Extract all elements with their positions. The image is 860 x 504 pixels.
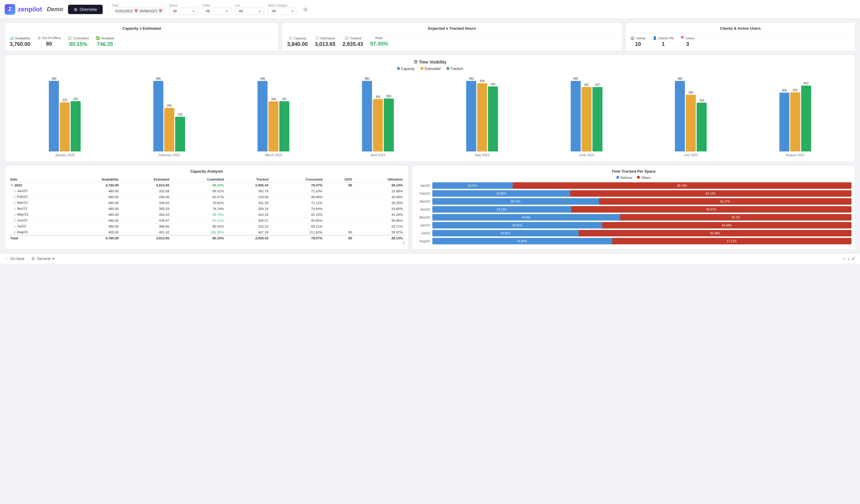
col-availability: Availability	[66, 176, 120, 182]
capacity-hours-label: ⚪ Capacity	[288, 36, 306, 40]
folder-filter-value: All	[206, 9, 210, 13]
logo: Z zenpilot Demo	[5, 4, 63, 15]
circle-icon: ⚪	[288, 36, 292, 40]
expand-button[interactable]: ⤢	[851, 256, 855, 262]
bar-group: 480333342January 2023	[13, 77, 117, 157]
clients-pm-value: 1	[662, 41, 664, 47]
clock-icon-2: ⏱	[414, 60, 418, 64]
col-committed: Committed	[171, 176, 226, 182]
others-bar: 55.2%	[620, 214, 851, 221]
col-tracked: Tracked	[226, 176, 270, 182]
space-row: Jan/2319.21%80.79%	[416, 182, 851, 189]
overview-nav[interactable]: ⊞ Overview	[68, 5, 103, 14]
hours-card-title: Expected x Tracked Hours	[287, 26, 617, 33]
footer: ← Go back ☰ General ▾ ‹ › ⤢	[0, 253, 860, 264]
bar-group: 480296235February 2023	[117, 77, 221, 157]
space-row: Mar/2339.73%60.27%	[416, 198, 851, 205]
table-row: ▷Jun/23480.00436.8791.01%436.5790.95%36.…	[9, 218, 405, 223]
col-ooo: OOO	[324, 176, 354, 182]
table-row: ▷Aug/23400.00401.42100.35%447.29111.82%8…	[9, 229, 405, 236]
space-filter-value: All	[173, 9, 176, 13]
space-row: Feb/2332.88%67.12%	[416, 190, 851, 197]
space-chart-section: Time Tracked Per Space Delivery Others J…	[412, 165, 855, 250]
hours-card: Expected x Tracked Hours ⚪ Capacity 3,84…	[282, 23, 622, 51]
table-row: ▷Mar/23480.00339.9270.82%341.3371.11%28.…	[9, 200, 405, 206]
delivery-bar: 44.8%	[432, 214, 620, 221]
list-filter-label: List	[235, 4, 264, 7]
legend-delivery: Delivery	[616, 176, 632, 179]
date-range-picker[interactable]: 01/01/2023 📅 30/08/2023 📅	[112, 8, 166, 15]
go-back-button[interactable]: ← Go back	[5, 256, 25, 261]
bar-group: 400401447August 2023	[743, 82, 848, 157]
available-metric: ✅ Available 746.35	[96, 36, 114, 47]
delivery-bar: 42.89%	[432, 238, 612, 244]
legend-capacity: Capacity	[397, 67, 415, 71]
legend-tracked: Tracked	[446, 67, 463, 71]
list-filter-group: List All ▾	[235, 4, 264, 15]
col-utilization: Utilization	[354, 176, 404, 182]
bar-group: 480464442May 2023	[430, 77, 534, 157]
delivery-bar: 34.92%	[432, 230, 579, 236]
table-row: Total3,760.003,013.6580.15%2,935.4378.07…	[9, 235, 405, 241]
list-filter-select[interactable]: All ▾	[235, 8, 264, 15]
clients-icon: 🏢	[630, 36, 634, 40]
help-icon[interactable]: ?	[402, 241, 405, 246]
work-category-filter-select[interactable]: All ▾	[268, 8, 297, 15]
filter-reset-icon[interactable]: ⊘	[303, 6, 307, 13]
capacity-analysis-section: Capacity Analysis Date Availability Esti…	[5, 165, 408, 250]
menu-icon: ☰	[31, 256, 35, 261]
calendar-icon-1: 📅	[134, 9, 138, 13]
committed-icon: 📋	[68, 36, 72, 40]
bar-chart: 480333342January 2023480296235February 2…	[10, 74, 850, 157]
date-filter-group: Date 01/01/2023 📅 30/08/2023 📅	[112, 4, 166, 15]
others-bar: 66.87%	[571, 206, 851, 212]
bottom-row: Capacity Analysis Date Availability Esti…	[5, 165, 855, 250]
bar-group: 480386332July 2023	[639, 77, 743, 157]
legend-estimated: Estimated	[420, 67, 440, 71]
bar-group: 480437437June 2023	[534, 77, 639, 157]
space-filter-label: Space	[169, 4, 198, 7]
bar-chart-icon: 📊	[10, 36, 14, 40]
clients-metric: 🏢 Clients 10	[630, 36, 646, 47]
clients-value: 10	[635, 41, 641, 47]
folder-filter-select[interactable]: All ▾	[202, 8, 231, 15]
committed-value: 80.15%	[69, 41, 87, 47]
table-row: ▷Jul/23480.00386.0080.42%332.2269.21%24.…	[9, 223, 405, 229]
space-row: May/2344.8%55.2%	[416, 214, 851, 221]
others-bar: 59.48%	[602, 222, 851, 228]
tracked-icon: ⬜	[344, 36, 348, 40]
date-start: 01/01/2023	[115, 9, 133, 13]
clients-card-title: Clients & Active Users	[630, 26, 850, 33]
work-category-filter-value: All	[272, 9, 275, 13]
users-value: 3	[686, 41, 689, 47]
others-bar: 80.79%	[513, 182, 851, 189]
others-bar: 57.11%	[612, 238, 851, 244]
others-bar: 65.08%	[579, 230, 851, 236]
bar-group: 480356359April 2023	[326, 77, 430, 157]
work-category-filter-label: Work Category	[268, 4, 297, 7]
ratio-value: 97.40%	[370, 41, 388, 47]
header: Z zenpilot Demo ⊞ Overview Date 01/01/20…	[0, 0, 860, 19]
capacity-metrics: 📊 Availability 3,760.00 🏖 Out Of Office …	[10, 36, 273, 47]
estimated-hours-metric: 🕐 Estimated 3,013.65	[315, 36, 335, 47]
time-visibility-title: ⏱ Time Visibility	[10, 60, 850, 64]
available-value: 746.35	[97, 41, 113, 47]
logo-text: zenpilot	[18, 5, 42, 13]
table-row: ▷Apr/23480.00356.3374.24%359.2474.84%24.…	[9, 206, 405, 212]
col-consumed: Consumed	[270, 176, 324, 182]
next-page-button[interactable]: ›	[848, 256, 849, 262]
availability-value: 3,760.00	[10, 41, 30, 47]
space-chart-title: Time Tracked Per Space	[416, 169, 851, 174]
prev-page-button[interactable]: ‹	[844, 256, 845, 262]
space-filter-select[interactable]: All ▾	[169, 8, 198, 15]
general-menu[interactable]: ☰ General ▾	[31, 256, 54, 261]
chevron-down-icon-list: ▾	[259, 9, 260, 13]
delivery-bar: 39.73%	[432, 198, 599, 205]
table-row: ▷May/23480.00464.4396.76%442.3492.15%41.…	[9, 212, 405, 218]
demo-label: Demo	[47, 6, 63, 13]
pm-icon: 👤	[653, 36, 657, 40]
grid-icon: ⊞	[74, 7, 77, 12]
out-of-office-value: 80	[46, 41, 52, 47]
space-row: Aug/2342.89%57.11%	[416, 238, 851, 244]
space-row: Apr/2333.13%66.87%	[416, 206, 851, 212]
